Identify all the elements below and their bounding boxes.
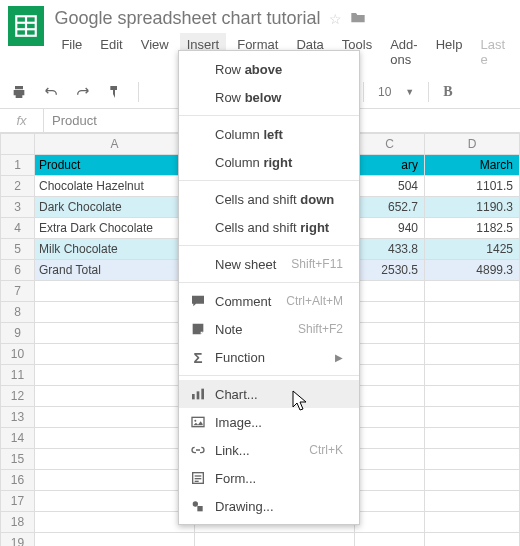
row-header[interactable]: 7 [1,281,35,302]
cell[interactable]: Extra Dark Chocolate [35,218,195,239]
menu-item-function[interactable]: ΣFunction▶ [179,343,359,371]
star-icon[interactable]: ☆ [329,11,342,27]
cell[interactable]: 1182.5 [425,218,520,239]
cell[interactable] [425,533,520,547]
row-header[interactable]: 4 [1,218,35,239]
row-header[interactable]: 13 [1,407,35,428]
menu-item-column-right[interactable]: Column right [179,148,359,176]
menu-item-new-sheet[interactable]: New sheetShift+F11 [179,250,359,278]
cell[interactable]: 1425 [425,239,520,260]
cell[interactable] [425,281,520,302]
cell[interactable] [425,407,520,428]
menu-item-cells-and-shift-right[interactable]: Cells and shift right [179,213,359,241]
cell[interactable]: 652.7 [355,197,425,218]
cell[interactable]: 4899.3 [425,260,520,281]
cell[interactable] [355,470,425,491]
cell[interactable]: Chocolate Hazelnut [35,176,195,197]
bold-button[interactable]: B [443,84,452,100]
cell[interactable]: Product [35,155,195,176]
row-header[interactable]: 8 [1,302,35,323]
cell[interactable]: ary [355,155,425,176]
cell[interactable] [355,302,425,323]
menu-item-link[interactable]: Link...Ctrl+K [179,436,359,464]
cell[interactable] [425,386,520,407]
row-header[interactable]: 16 [1,470,35,491]
cell[interactable] [355,365,425,386]
cell[interactable] [35,428,195,449]
menu-item-image[interactable]: Image... [179,408,359,436]
row-header[interactable]: 3 [1,197,35,218]
cell[interactable]: 1101.5 [425,176,520,197]
cell[interactable] [35,491,195,512]
cell[interactable] [35,470,195,491]
cell[interactable] [425,449,520,470]
row-header[interactable]: 10 [1,344,35,365]
cell[interactable]: 1190.3 [425,197,520,218]
redo-icon[interactable] [74,83,92,101]
row-header[interactable]: 1 [1,155,35,176]
menu-item-cells-and-shift-down[interactable]: Cells and shift down [179,185,359,213]
menu-item-column-left[interactable]: Column left [179,120,359,148]
cell[interactable] [35,512,195,533]
doc-title[interactable]: Google spreadsheet chart tutorial [54,8,320,29]
row-header[interactable]: 19 [1,533,35,547]
folder-icon[interactable] [350,8,366,29]
cell[interactable] [35,449,195,470]
cell[interactable] [355,512,425,533]
cell[interactable]: 2530.5 [355,260,425,281]
cell[interactable] [355,491,425,512]
cell[interactable] [35,533,195,547]
cell[interactable] [195,533,355,547]
cell[interactable]: March [425,155,520,176]
row-header[interactable]: 6 [1,260,35,281]
menu-item-form[interactable]: Form... [179,464,359,492]
cell[interactable]: 940 [355,218,425,239]
cell[interactable] [35,407,195,428]
menu-last[interactable]: Last e [473,33,512,71]
menu-item-row-below[interactable]: Row below [179,83,359,111]
menu-edit[interactable]: Edit [93,33,129,71]
menu-help[interactable]: Help [429,33,470,71]
row-header[interactable]: 12 [1,386,35,407]
col-header-A[interactable]: A [35,134,195,155]
cell[interactable] [425,470,520,491]
cell[interactable] [425,512,520,533]
formula-bar[interactable]: Product [44,113,97,128]
menu-add-ons[interactable]: Add-ons [383,33,424,71]
row-header[interactable]: 17 [1,491,35,512]
cell[interactable] [35,365,195,386]
row-header[interactable]: 2 [1,176,35,197]
cell[interactable]: Dark Chocolate [35,197,195,218]
row-header[interactable]: 18 [1,512,35,533]
select-all[interactable] [1,134,35,155]
col-header-C[interactable]: C [355,134,425,155]
cell[interactable] [35,281,195,302]
cell[interactable] [355,281,425,302]
paint-format-icon[interactable] [106,83,124,101]
font-size[interactable]: 10 [378,85,391,99]
cell[interactable] [355,386,425,407]
cell[interactable] [355,533,425,547]
cell[interactable]: Grand Total [35,260,195,281]
col-header-D[interactable]: D [425,134,520,155]
cell[interactable]: 433.8 [355,239,425,260]
dropdown-caret-icon[interactable]: ▼ [405,87,414,97]
row-header[interactable]: 5 [1,239,35,260]
menu-file[interactable]: File [54,33,89,71]
cell[interactable] [355,407,425,428]
cell[interactable] [35,302,195,323]
row-header[interactable]: 14 [1,428,35,449]
menu-view[interactable]: View [134,33,176,71]
cell[interactable] [35,323,195,344]
menu-item-row-above[interactable]: Row above [179,55,359,83]
undo-icon[interactable] [42,83,60,101]
cell[interactable] [355,428,425,449]
row-header[interactable]: 9 [1,323,35,344]
menu-item-note[interactable]: NoteShift+F2 [179,315,359,343]
cell[interactable]: Milk Chocolate [35,239,195,260]
cell[interactable]: 504 [355,176,425,197]
menu-item-comment[interactable]: CommentCtrl+Alt+M [179,287,359,315]
cell[interactable] [35,344,195,365]
sheets-logo[interactable] [8,6,44,46]
row-header[interactable]: 11 [1,365,35,386]
